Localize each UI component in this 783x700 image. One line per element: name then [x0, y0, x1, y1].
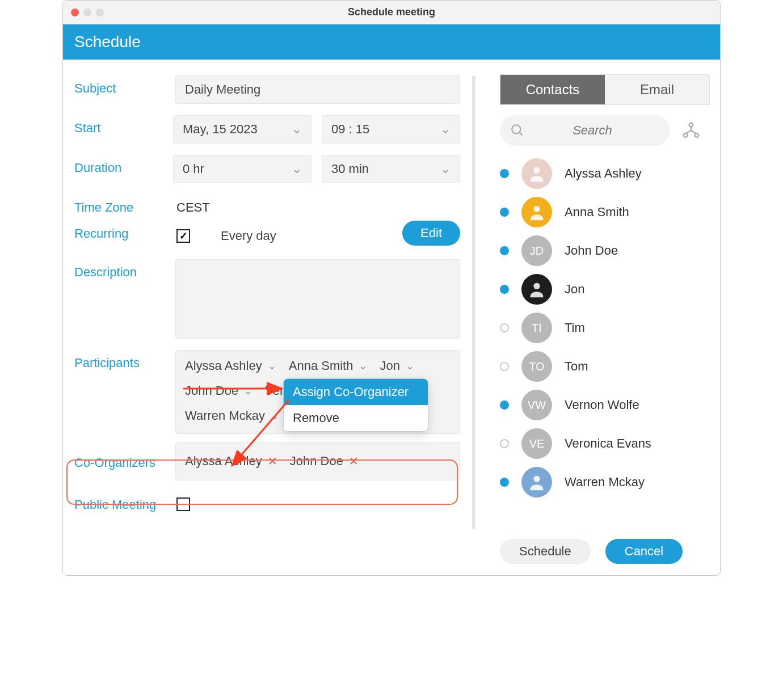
- start-time-dropdown[interactable]: 09 : 15 ⌄: [322, 115, 460, 144]
- remove-icon[interactable]: ✕: [349, 454, 359, 468]
- tab-contacts[interactable]: Contacts: [500, 75, 605, 104]
- svg-point-6: [684, 133, 688, 137]
- coorganizers-label: Co-Organizers: [74, 442, 175, 470]
- avatar: TO: [521, 351, 552, 382]
- contact-name: Jon: [565, 282, 584, 297]
- contact-name: Tim: [565, 321, 585, 335]
- description-label: Description: [74, 259, 175, 280]
- contact-name: Anna Smith: [565, 205, 629, 220]
- status-dot: [500, 246, 509, 255]
- chevron-down-icon: ⌄: [359, 360, 367, 372]
- avatar: TI: [521, 313, 552, 343]
- minimize-window-button[interactable]: [83, 9, 91, 16]
- public-meeting-checkbox[interactable]: [176, 497, 190, 511]
- cancel-button[interactable]: Cancel: [605, 539, 683, 564]
- contact-row[interactable]: TITim: [500, 313, 714, 343]
- schedule-button[interactable]: Schedule: [500, 539, 591, 564]
- participant-chip[interactable]: Alyssa Ashley ⌄: [185, 359, 276, 373]
- subject-label: Subject: [74, 75, 175, 96]
- participant-chip[interactable]: Warren Mckay ⌄: [185, 408, 279, 423]
- status-dot: [500, 400, 509, 410]
- status-dot: [500, 285, 509, 294]
- svg-point-8: [533, 167, 540, 174]
- contact-name: Alyssa Ashley: [565, 166, 642, 181]
- contact-row[interactable]: VEVeronica Evans: [500, 428, 714, 459]
- chevron-down-icon: ⌄: [406, 360, 414, 372]
- avatar: VW: [521, 390, 552, 420]
- assign-coorganizer-menu-item[interactable]: Assign Co-Organizer: [284, 379, 428, 405]
- svg-point-10: [533, 283, 540, 289]
- recurring-label: Recurring: [74, 221, 176, 241]
- svg-line-4: [519, 132, 522, 135]
- scroll-indicator[interactable]: [472, 60, 476, 575]
- search-input[interactable]: [525, 123, 660, 138]
- contact-row[interactable]: Warren Mckay: [500, 467, 714, 497]
- chevron-down-icon: ⌄: [271, 410, 279, 422]
- svg-point-5: [689, 123, 693, 127]
- duration-min-dropdown[interactable]: 30 min ⌄: [322, 155, 460, 183]
- coorganizer-name: Alyssa Ashley: [185, 454, 262, 469]
- window-title: Schedule meeting: [63, 6, 720, 18]
- contacts-tabs: Contacts Email: [500, 74, 710, 105]
- participant-context-menu: Assign Co-Organizer Remove: [283, 378, 428, 432]
- contact-row[interactable]: VWVernon Wolfe: [500, 390, 714, 420]
- remove-icon[interactable]: ✕: [268, 454, 277, 468]
- contact-row[interactable]: TOTom: [500, 351, 714, 382]
- coorganizers-box[interactable]: Alyssa Ashley ✕ John Doe ✕: [175, 442, 460, 480]
- close-window-button[interactable]: [71, 9, 79, 16]
- page-title: Schedule: [74, 33, 141, 51]
- status-dot: [500, 208, 509, 217]
- avatar: VE: [521, 428, 552, 459]
- traffic-lights: [71, 9, 104, 16]
- remove-participant-menu-item[interactable]: Remove: [284, 405, 428, 431]
- contact-row[interactable]: Alyssa Ashley: [500, 158, 714, 189]
- timezone-value: CEST: [176, 195, 210, 215]
- contact-row[interactable]: Jon: [500, 274, 714, 305]
- chevron-down-icon: ⌄: [440, 122, 451, 137]
- avatar: [521, 197, 552, 227]
- org-chart-icon[interactable]: [681, 121, 701, 140]
- svg-point-3: [512, 125, 520, 133]
- status-dot: [500, 169, 509, 178]
- search-icon: [510, 123, 525, 138]
- status-dot: [500, 478, 509, 487]
- zoom-window-button[interactable]: [96, 9, 104, 16]
- contact-row[interactable]: Anna Smith: [500, 197, 714, 227]
- tab-email[interactable]: Email: [605, 75, 709, 104]
- contact-name: Vernon Wolfe: [565, 398, 639, 412]
- chevron-down-icon: ⌄: [292, 162, 302, 176]
- participant-chip[interactable]: Jon ⌄: [380, 359, 414, 373]
- duration-hour-dropdown[interactable]: 0 hr ⌄: [173, 155, 311, 183]
- page-banner: Schedule: [63, 24, 720, 60]
- status-dot: [500, 362, 509, 371]
- chevron-down-icon: ⌄: [440, 162, 451, 176]
- contact-list: Alyssa AshleyAnna SmithJDJohn DoeJonTITi…: [500, 158, 714, 497]
- coorganizer-name: John Doe: [290, 454, 343, 469]
- subject-input[interactable]: Daily Meeting: [175, 75, 460, 104]
- svg-point-7: [695, 133, 699, 137]
- participants-label: Participants: [74, 350, 175, 370]
- subject-value: Daily Meeting: [185, 82, 260, 97]
- description-input[interactable]: [175, 259, 460, 339]
- participant-name: Jon: [380, 359, 399, 373]
- contact-row[interactable]: JDJohn Doe: [500, 235, 714, 266]
- svg-point-11: [533, 476, 540, 482]
- recurring-checkbox[interactable]: [176, 229, 190, 243]
- participant-chip[interactable]: Anna Smith ⌄: [289, 359, 368, 373]
- avatar: [521, 467, 552, 497]
- public-meeting-label: Public Meeting: [74, 492, 176, 512]
- start-date-value: May, 15 2023: [183, 122, 258, 137]
- schedule-form: Subject Daily Meeting Start May, 15 2023…: [63, 60, 472, 575]
- participant-chip[interactable]: John Doe ⌄: [185, 383, 252, 398]
- coorganizer-chip[interactable]: John Doe ✕: [290, 454, 359, 469]
- chevron-down-icon: ⌄: [292, 122, 302, 137]
- coorganizer-chip[interactable]: Alyssa Ashley ✕: [185, 454, 277, 469]
- start-date-dropdown[interactable]: May, 15 2023 ⌄: [173, 115, 311, 144]
- chevron-down-icon: ⌄: [268, 360, 276, 372]
- edit-recurring-button[interactable]: Edit: [402, 221, 460, 246]
- participant-name: John Doe: [185, 383, 238, 398]
- duration-label: Duration: [74, 155, 173, 175]
- search-box[interactable]: [500, 115, 670, 146]
- status-dot: [500, 439, 509, 448]
- duration-hour-value: 0 hr: [183, 162, 204, 176]
